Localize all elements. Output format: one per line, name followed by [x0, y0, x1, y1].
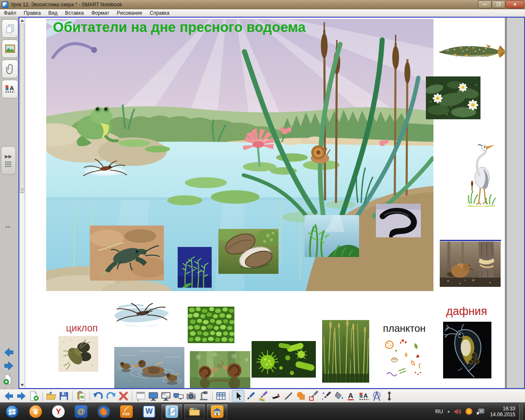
- scroll-up-icon[interactable]: [21, 19, 24, 22]
- green-microbes-photo[interactable]: [252, 341, 316, 378]
- hidden-icons-button[interactable]: ▲: [447, 410, 450, 413]
- move-toolbar-button[interactable]: [383, 390, 396, 402]
- scrollbar-thumb[interactable]: [20, 24, 24, 193]
- show-desktop-button[interactable]: [519, 403, 523, 420]
- previous-page-button[interactable]: [2, 347, 16, 358]
- vertical-scrollbar[interactable]: [19, 18, 25, 388]
- dual-display-button[interactable]: [172, 390, 185, 402]
- reeds-photo[interactable]: [322, 320, 369, 383]
- table-button[interactable]: [215, 390, 227, 402]
- properties-tool[interactable]: A: [358, 390, 370, 402]
- undo-button[interactable]: [92, 390, 105, 402]
- magic-pen-tool[interactable]: [320, 390, 333, 402]
- leech-photo[interactable]: [376, 204, 421, 237]
- pen-tool[interactable]: [244, 390, 257, 402]
- menu-edit[interactable]: Правка: [20, 10, 45, 16]
- crayfish-photo[interactable]: [90, 226, 164, 281]
- gom-player-button[interactable]: [25, 404, 47, 420]
- open-folder-icon: [46, 391, 57, 402]
- delete-button[interactable]: [117, 390, 130, 402]
- elodea-photo[interactable]: [178, 247, 212, 288]
- pike-image[interactable]: [438, 41, 505, 61]
- word-button[interactable]: W: [138, 404, 160, 420]
- minimize-button[interactable]: —: [478, 0, 491, 8]
- restore-button[interactable]: ❐: [492, 0, 505, 8]
- properties-tab[interactable]: A: [2, 80, 18, 98]
- network-icon[interactable]: [476, 408, 485, 415]
- open-button[interactable]: [45, 390, 58, 402]
- water-lilies-photo[interactable]: [426, 76, 480, 119]
- new-page-button[interactable]: [28, 390, 40, 402]
- cyclops-label[interactable]: циклоп: [55, 323, 109, 334]
- yandex-browser-button[interactable]: Y: [47, 404, 69, 420]
- clipboard-icon: [76, 391, 87, 402]
- tray-clock[interactable]: 16:33 14.06.2015: [490, 406, 515, 417]
- underwater-plants-photo[interactable]: [304, 215, 359, 257]
- close-button[interactable]: ✕: [506, 0, 524, 8]
- drag-dots-icon: [5, 161, 12, 167]
- capture-button[interactable]: [185, 390, 197, 402]
- menu-insert[interactable]: Вставка: [61, 10, 88, 16]
- menu-view[interactable]: Вид: [45, 10, 61, 16]
- gallery-tab[interactable]: [2, 39, 18, 58]
- menu-help[interactable]: Справка: [146, 10, 173, 16]
- pdf-reader-button[interactable]: PDF: [116, 404, 137, 420]
- duckweed-photo[interactable]: [188, 307, 234, 343]
- shapes-icon: [296, 391, 307, 402]
- plankton-label[interactable]: планктон: [378, 323, 430, 334]
- creative-pen-tool[interactable]: [257, 390, 270, 402]
- start-button[interactable]: [0, 404, 24, 420]
- transparent-background-button[interactable]: [160, 390, 172, 402]
- slide-title[interactable]: Обитатели на дне пресного водоема: [53, 19, 306, 35]
- forward-button[interactable]: [15, 390, 28, 402]
- beaver-photo[interactable]: [440, 242, 501, 287]
- ducks-photo[interactable]: [114, 347, 184, 388]
- creative-pen-icon: [258, 391, 269, 402]
- measurement-tools[interactable]: [370, 390, 383, 402]
- smart-notebook-task-button[interactable]: [161, 404, 183, 420]
- add-page-button[interactable]: [2, 374, 16, 385]
- firefox-button[interactable]: [93, 404, 115, 420]
- shape-recognition-pen-tool[interactable]: [307, 390, 320, 402]
- mail-ru-button[interactable]: @: [70, 404, 92, 420]
- redo-button[interactable]: [105, 390, 117, 402]
- back-button[interactable]: [3, 390, 15, 402]
- paste-button[interactable]: [75, 390, 87, 402]
- horizontal-resize-icon[interactable]: ↔: [4, 222, 11, 230]
- language-indicator[interactable]: RU: [435, 408, 443, 415]
- security-icon[interactable]: [465, 408, 472, 415]
- firefox-icon: [97, 405, 110, 418]
- volume-icon[interactable]: [454, 408, 462, 415]
- plankton-sketch[interactable]: [381, 334, 426, 383]
- heron-image[interactable]: [466, 137, 496, 207]
- daphnia-label[interactable]: дафния: [439, 305, 494, 318]
- menu-draw[interactable]: Рисование: [113, 10, 146, 16]
- full-screen-button[interactable]: [147, 390, 160, 402]
- water-strider-sketch[interactable]: [106, 298, 177, 333]
- snails-photo[interactable]: [190, 351, 250, 388]
- eraser-tool[interactable]: [270, 390, 282, 402]
- cyclops-photo[interactable]: [58, 336, 98, 372]
- attachments-tab[interactable]: [2, 60, 18, 78]
- screen-shade-button[interactable]: [134, 390, 147, 402]
- fill-tool[interactable]: [333, 390, 345, 402]
- scroll-down-icon[interactable]: [21, 384, 24, 386]
- menu-file[interactable]: Файл: [0, 10, 20, 16]
- save-button[interactable]: [58, 390, 70, 402]
- menu-format[interactable]: Формат: [87, 10, 113, 16]
- document-camera-icon: [198, 391, 209, 402]
- next-page-button[interactable]: [2, 360, 16, 371]
- text-tool[interactable]: A: [345, 390, 358, 402]
- beaver-divider-line[interactable]: [440, 240, 501, 241]
- select-tool[interactable]: [232, 390, 244, 402]
- window-titlebar[interactable]: Урок 12. Экосистема озера * - SMART Note…: [0, 0, 525, 9]
- document-camera-button[interactable]: [197, 390, 210, 402]
- daphnia-photo[interactable]: [443, 322, 491, 378]
- page-sorter-tab[interactable]: [2, 19, 18, 38]
- mussels-photo[interactable]: [218, 229, 278, 274]
- explorer-button[interactable]: [184, 404, 205, 420]
- smart-tools-button[interactable]: [206, 404, 228, 420]
- line-tool[interactable]: [282, 390, 295, 402]
- panel-collapse-handle[interactable]: ▶▶: [1, 146, 16, 175]
- shapes-tool[interactable]: [295, 390, 307, 402]
